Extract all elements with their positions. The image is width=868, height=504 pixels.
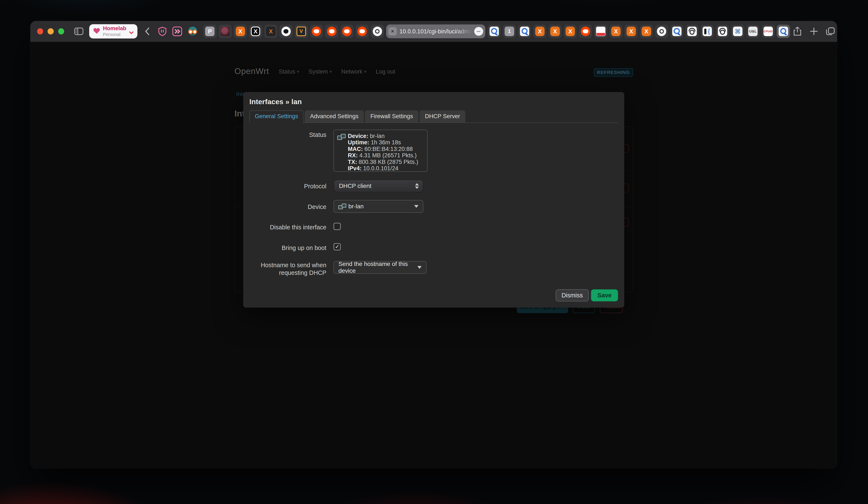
bridge-icon: [337, 134, 345, 140]
pinned-tabs-left: P X X X: [203, 25, 384, 38]
pinned-tabs-right: 1 X X X: [487, 25, 790, 38]
disable-interface-label: Disable this interface: [245, 224, 326, 231]
status-label: Status: [245, 131, 326, 138]
door-brace-favicon[interactable]: {: [701, 25, 714, 38]
reddit-favicon[interactable]: [340, 25, 354, 38]
shield-pause-extension-icon[interactable]: [157, 26, 167, 36]
device-dropdown[interactable]: br-lan: [334, 200, 423, 213]
bring-up-on-boot-label: Bring up on boot: [245, 244, 326, 251]
reddit-favicon[interactable]: [355, 25, 369, 38]
status-lines: Device: br-lan Uptime: 1h 36m 18s MAC: 6…: [337, 133, 424, 172]
router-favicon[interactable]: [685, 25, 699, 38]
router-favicon[interactable]: [716, 25, 729, 38]
minimize-window-button[interactable]: [48, 28, 54, 34]
status-line: TX: 800.38 KB (2875 Pkts.): [348, 159, 424, 165]
url-text: 10.0.0.101/cgi-bin/luci/admin: [400, 28, 474, 35]
status-line: Uptime: 1h 36m 18s: [348, 139, 424, 146]
screenshot-favicon[interactable]: [594, 25, 607, 38]
profile-switcher[interactable]: Homelab Personal: [89, 24, 137, 39]
unix-linux-favicon[interactable]: U&L: [746, 25, 760, 38]
status-line: RX: 4.31 MB (26571 Pkts.): [348, 152, 424, 159]
x-orange-favicon[interactable]: X: [640, 25, 653, 38]
select-spinner-icon: [415, 183, 419, 189]
radio-favicon[interactable]: [371, 25, 384, 38]
dragon-favicon[interactable]: [218, 25, 232, 38]
status-line: MAC: 60:BE:B4:13:20:88: [348, 146, 424, 152]
goggles-extension-icon[interactable]: [187, 27, 198, 36]
close-window-button[interactable]: [37, 28, 43, 34]
Firewall Settings[interactable]: Firewall Settings: [365, 110, 418, 122]
search-favicon[interactable]: [518, 25, 531, 38]
close-tab-icon[interactable]: ×: [389, 27, 397, 36]
hostname-value: Send the hostname of this device: [338, 261, 422, 274]
chevron-down-icon: [129, 26, 134, 37]
x-orange-favicon[interactable]: X: [624, 25, 638, 38]
status-line: Device: br-lan: [348, 133, 424, 140]
browser-window: Homelab Personal: [30, 21, 837, 468]
x-orange-favicon[interactable]: X: [548, 25, 562, 38]
protocol-select[interactable]: DHCP client: [334, 180, 423, 192]
p-favicon[interactable]: P: [203, 25, 217, 38]
ellipsis-icon: •••: [477, 30, 480, 33]
check-icon: ✓: [335, 244, 339, 250]
x-orange-favicon[interactable]: X: [533, 25, 546, 38]
search-favicon[interactable]: [487, 25, 501, 38]
cpuid-favicon[interactable]: CPUID: [762, 25, 775, 38]
x-orange-favicon[interactable]: X: [234, 25, 247, 38]
modal-title: Interfaces » lan: [249, 98, 302, 106]
reddit-favicon[interactable]: [310, 25, 323, 38]
General Settings[interactable]: General Settings: [249, 110, 303, 123]
radio-favicon[interactable]: [655, 25, 668, 38]
reddit-favicon[interactable]: [579, 25, 592, 38]
bring-up-on-boot-checkbox[interactable]: ✓: [334, 243, 341, 250]
vaultwarden-favicon[interactable]: V: [294, 25, 308, 38]
search-favicon[interactable]: [670, 25, 684, 38]
chevron-down-icon: [414, 205, 418, 208]
search-favicon[interactable]: [777, 25, 790, 38]
dismiss-button[interactable]: Dismiss: [556, 289, 589, 301]
page-viewport: OpenWrt Status ▾ System ▾ Network: [30, 42, 837, 468]
interface-edit-modal: Interfaces » lan General Settings Advanc…: [244, 92, 624, 308]
back-button[interactable]: [145, 27, 149, 36]
tab-overview-button[interactable]: [826, 27, 835, 36]
profile-name: Homelab: [103, 26, 126, 31]
share-button[interactable]: [793, 27, 802, 36]
DHCP Server[interactable]: DHCP Server: [420, 110, 465, 122]
profile-subtitle: Personal: [103, 32, 126, 37]
disable-interface-checkbox[interactable]: [334, 223, 341, 230]
status-box: Device: br-lan Uptime: 1h 36m 18s MAC: 6…: [334, 130, 428, 172]
hostname-dropdown[interactable]: Send the hostname of this device: [334, 261, 427, 274]
command-favicon[interactable]: ⌘: [731, 25, 744, 38]
x-orange-favicon[interactable]: X: [564, 25, 577, 38]
Advanced Settings[interactable]: Advanced Settings: [304, 110, 364, 122]
device-value: br-lan: [348, 203, 364, 210]
zoom-window-button[interactable]: [58, 28, 64, 34]
window-controls: [37, 28, 64, 34]
device-label: Device: [245, 203, 326, 210]
hostname-label: Hostname to send when requesting DHCP: [245, 261, 326, 276]
github-favicon[interactable]: [279, 25, 293, 38]
new-tab-button[interactable]: [810, 28, 818, 35]
modal-tabs: General Settings Advanced Settings Firew…: [249, 110, 618, 123]
extensions-menu-button[interactable]: •••: [474, 27, 483, 36]
x-black-favicon[interactable]: X: [249, 25, 262, 38]
one-favicon[interactable]: 1: [503, 25, 516, 38]
sidebar-toggle-icon[interactable]: [74, 28, 83, 35]
status-line: IPv4: 10.0.0.101/24: [348, 165, 424, 172]
save-button[interactable]: Save: [591, 289, 618, 301]
reddit-favicon[interactable]: [325, 25, 338, 38]
protocol-value: DHCP client: [339, 183, 371, 189]
x-orange-favicon[interactable]: X: [609, 25, 623, 38]
address-bar[interactable]: × 10.0.0.101/cgi-bin/luci/admin •••: [386, 24, 485, 38]
protocol-label: Protocol: [245, 183, 326, 190]
double-chevron-extension-icon[interactable]: [172, 26, 182, 36]
heart-icon: [93, 26, 100, 37]
chevron-down-icon: [417, 266, 422, 269]
bridge-icon: [338, 204, 346, 209]
x-dark-favicon[interactable]: X: [264, 25, 278, 38]
browser-toolbar: Homelab Personal: [30, 21, 837, 42]
